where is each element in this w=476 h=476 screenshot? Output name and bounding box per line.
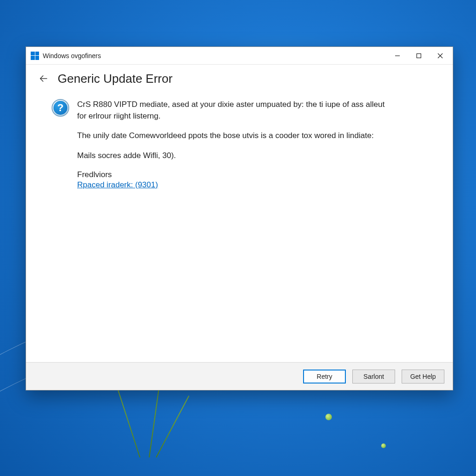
retry-button[interactable]: Retry <box>303 370 346 383</box>
minimize-icon <box>395 53 400 59</box>
close-button[interactable] <box>430 48 451 63</box>
get-help-button[interactable]: Get Help <box>402 370 444 383</box>
content-area: ? CrS R880 VIPTD mediate, ased at your d… <box>26 91 453 362</box>
titlebar[interactable]: Windows ovgofiners <box>26 47 453 65</box>
maximize-icon <box>416 53 422 59</box>
window-title: Windows ovgofiners <box>43 52 101 60</box>
close-icon <box>437 53 443 59</box>
dialog-window: Windows ovgofiners Generic Update Error … <box>26 46 453 390</box>
header: Generic Update Error <box>26 65 453 91</box>
desktop-decoration <box>115 382 140 457</box>
desktop-decoration <box>156 396 189 457</box>
error-paragraph-3: Mails socres adde Wifli, 30). <box>77 150 393 162</box>
page-title: Generic Update Error <box>58 72 172 86</box>
back-arrow-icon <box>39 73 49 84</box>
error-paragraph-1: CrS R880 VIPTD mediate, ased at your dix… <box>77 99 393 122</box>
maximize-button[interactable] <box>408 48 430 63</box>
info-icon: ? <box>52 99 69 117</box>
minimize-button[interactable] <box>387 48 408 63</box>
error-paragraph-2: The unily date Comewvorldeed ppots the b… <box>77 130 393 142</box>
windows-logo-icon <box>31 52 39 60</box>
error-details-link[interactable]: Rpaced iraderk: (9301) <box>77 180 158 190</box>
desktop-decoration <box>381 443 386 448</box>
dialog-footer: Retry Sarlont Get Help <box>26 362 453 390</box>
back-button[interactable] <box>36 71 51 86</box>
svg-rect-1 <box>417 53 421 58</box>
desktop-decoration <box>325 414 332 420</box>
section-label: Fredlviors <box>77 170 425 179</box>
sarlont-button[interactable]: Sarlont <box>352 370 395 383</box>
question-mark-glyph: ? <box>53 101 67 115</box>
